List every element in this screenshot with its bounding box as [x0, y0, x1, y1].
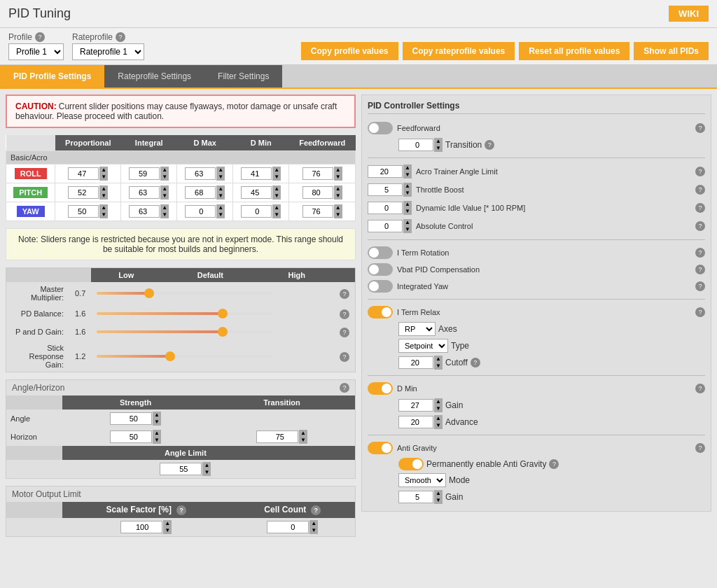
pitch-integral[interactable]: [129, 186, 160, 199]
feedforward-toggle[interactable]: [368, 122, 393, 134]
dm-g-up[interactable]: ▲: [434, 398, 443, 405]
anti-gravity-toggle[interactable]: [368, 442, 393, 454]
roll-dmax-up[interactable]: ▲: [216, 167, 225, 174]
anti-gravity-help[interactable]: ?: [695, 443, 705, 453]
anti-gravity-mode-select[interactable]: SmoothStep: [398, 473, 446, 487]
anti-gravity-perm-toggle[interactable]: [398, 458, 424, 470]
vbat-pid-toggle[interactable]: [368, 263, 393, 276]
master-mult-help[interactable]: ?: [340, 289, 349, 299]
tab-filter[interactable]: Filter Settings: [204, 65, 282, 88]
dmin-gain-input[interactable]: [398, 399, 433, 412]
horizon-str-down[interactable]: ▼: [153, 437, 161, 444]
stick-response-help[interactable]: ?: [340, 352, 349, 362]
wiki-button[interactable]: WIKI: [669, 6, 709, 22]
iterm-relax-cutoff-help[interactable]: ?: [471, 358, 480, 368]
pitch-dmax-down[interactable]: ▼: [216, 192, 225, 200]
rateprofile-help-icon[interactable]: ?: [116, 32, 125, 42]
absolute-control-input[interactable]: [368, 220, 403, 232]
di-down[interactable]: ▼: [403, 208, 412, 215]
roll-ff-down[interactable]: ▼: [334, 174, 342, 181]
roll-prop-up[interactable]: ▲: [99, 167, 108, 174]
yaw-dmin-down[interactable]: ▼: [272, 211, 281, 218]
acro-up[interactable]: ▲: [403, 164, 412, 172]
anti-gravity-perm-help[interactable]: ?: [549, 459, 559, 469]
iterm-relax-help[interactable]: ?: [695, 307, 705, 317]
ir-co-down[interactable]: ▼: [434, 363, 443, 370]
pitch-dmax-up[interactable]: ▲: [216, 186, 225, 192]
tb-down[interactable]: ▼: [403, 190, 412, 197]
scale-factor-down[interactable]: ▼: [163, 527, 172, 534]
dm-a-down[interactable]: ▼: [434, 422, 443, 429]
angle-limit-up[interactable]: ▲: [202, 462, 211, 469]
acro-trainer-help[interactable]: ?: [695, 167, 705, 176]
yaw-proportional[interactable]: [68, 205, 99, 218]
scale-factor-up[interactable]: ▲: [163, 520, 172, 527]
throttle-boost-help[interactable]: ?: [695, 185, 705, 195]
scale-factor-input[interactable]: [120, 521, 162, 533]
horizon-strength[interactable]: [110, 430, 152, 443]
ff-down[interactable]: ▼: [434, 145, 443, 152]
absolute-control-help[interactable]: ?: [695, 221, 705, 231]
pitch-int-down[interactable]: ▼: [160, 192, 169, 200]
roll-int-up[interactable]: ▲: [160, 167, 169, 174]
yaw-dmax[interactable]: [185, 205, 216, 218]
iterm-relax-axes-select[interactable]: RPRPY: [398, 322, 436, 336]
tab-pid-profile[interactable]: PID Profile Settings: [0, 65, 104, 88]
pitch-dmax[interactable]: [185, 186, 216, 199]
acro-trainer-input[interactable]: [368, 165, 403, 178]
horizon-transition[interactable]: [256, 430, 298, 443]
ff-transition-help[interactable]: ?: [485, 140, 494, 150]
roll-dmax[interactable]: [185, 167, 216, 180]
horizon-trans-up[interactable]: ▲: [299, 430, 307, 437]
dm-a-up[interactable]: ▲: [434, 415, 443, 422]
dmin-toggle[interactable]: [368, 382, 393, 395]
dmin-help[interactable]: ?: [695, 384, 705, 393]
copy-profile-button[interactable]: Copy profile values: [301, 42, 398, 60]
vbat-pid-help[interactable]: ?: [695, 265, 705, 274]
pitch-ff[interactable]: [302, 186, 333, 199]
profile-select[interactable]: Profile 1 Profile 2 Profile 3: [8, 43, 64, 60]
horizon-str-up[interactable]: ▲: [153, 430, 161, 437]
yaw-dmax-down[interactable]: ▼: [216, 211, 225, 218]
roll-proportional[interactable]: [68, 167, 99, 180]
master-mult-slider[interactable]: [97, 287, 272, 300]
dynamic-idle-input[interactable]: [368, 202, 403, 214]
feedforward-help[interactable]: ?: [695, 123, 705, 133]
tb-up[interactable]: ▲: [403, 183, 412, 190]
roll-dmin-down[interactable]: ▼: [272, 174, 281, 181]
roll-dmin-up[interactable]: ▲: [272, 167, 281, 174]
iterm-relax-cutoff-input[interactable]: [398, 356, 433, 369]
yaw-dmin[interactable]: [241, 205, 272, 218]
ac-down[interactable]: ▼: [403, 226, 412, 233]
cell-count-down[interactable]: ▼: [309, 527, 318, 534]
anti-gravity-gain-input[interactable]: [398, 491, 433, 503]
angle-strength[interactable]: [110, 412, 152, 425]
rateprofile-select[interactable]: Rateprofile 1 Rateprofile 2 Rateprofile …: [72, 43, 144, 60]
feedforward-input[interactable]: [398, 139, 433, 151]
roll-dmin[interactable]: [241, 167, 272, 180]
pitch-dmin[interactable]: [241, 186, 272, 199]
cell-count-help[interactable]: ?: [311, 505, 321, 515]
yaw-dmin-up[interactable]: ▲: [272, 204, 281, 211]
angle-str-up[interactable]: ▲: [153, 412, 161, 419]
ac-up[interactable]: ▲: [403, 219, 412, 226]
stick-response-slider[interactable]: [97, 350, 272, 363]
yaw-dmax-up[interactable]: ▲: [216, 204, 225, 211]
roll-prop-down[interactable]: ▼: [99, 174, 108, 181]
ag-g-up[interactable]: ▲: [434, 490, 443, 497]
profile-help-icon[interactable]: ?: [35, 32, 45, 42]
iterm-relax-toggle[interactable]: [368, 306, 393, 318]
show-pids-button[interactable]: Show all PIDs: [634, 42, 709, 60]
pd-gain-slider[interactable]: [97, 326, 272, 338]
pitch-prop-up[interactable]: ▲: [99, 186, 108, 192]
dmin-advance-input[interactable]: [398, 416, 433, 428]
copy-rateprofile-button[interactable]: Copy rateprofile values: [403, 42, 515, 60]
pitch-ff-up[interactable]: ▲: [334, 186, 342, 192]
reset-all-button[interactable]: Reset all profile values: [519, 42, 629, 60]
roll-ff[interactable]: [302, 167, 333, 180]
angle-horizon-help[interactable]: ?: [340, 383, 349, 393]
iterm-rotation-toggle[interactable]: [368, 246, 393, 259]
pitch-int-up[interactable]: ▲: [160, 186, 169, 192]
integrated-yaw-toggle[interactable]: [368, 280, 393, 293]
ag-g-down[interactable]: ▼: [434, 497, 443, 504]
